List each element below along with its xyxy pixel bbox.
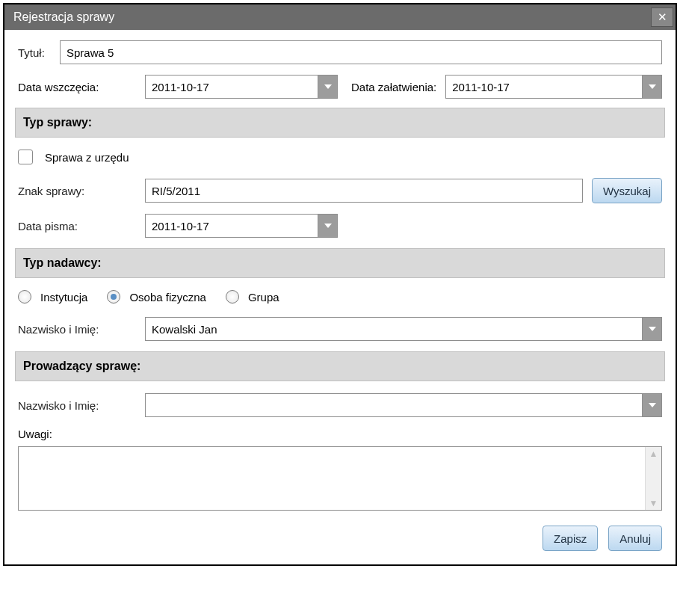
zapisz-button[interactable]: Zapisz xyxy=(543,526,598,551)
label-data-pisma: Data pisma: xyxy=(18,220,145,232)
row-prowadzacy-nazwisko: Nazwisko i Imię: xyxy=(18,393,662,417)
prowadzacy-nazwisko-combo[interactable] xyxy=(145,393,662,417)
uwagi-textarea[interactable] xyxy=(19,447,645,510)
nadawca-nazwisko-combo[interactable] xyxy=(145,317,662,341)
chevron-down-icon xyxy=(649,327,656,331)
uwagi-textarea-wrap: ▲ ▼ xyxy=(18,446,662,511)
radio-grupa[interactable] xyxy=(226,290,239,304)
label-nadawca-nazwisko: Nazwisko i Imię: xyxy=(18,323,145,336)
row-tytul: Tytuł: xyxy=(18,40,662,64)
section-header-prowadzacy: Prowadzący sprawę: xyxy=(15,351,665,381)
sprawa-z-urzedu-checkbox[interactable] xyxy=(18,150,33,164)
scroll-down-icon: ▼ xyxy=(649,496,658,510)
scroll-up-icon: ▲ xyxy=(649,447,658,461)
data-wszczecia-input[interactable] xyxy=(146,76,318,98)
nadawca-nazwisko-input[interactable] xyxy=(146,318,642,340)
anuluj-button[interactable]: Anuluj xyxy=(608,526,662,551)
label-sprawa-z-urzedu: Sprawa z urzędu xyxy=(45,151,129,164)
prowadzacy-nazwisko-input[interactable] xyxy=(146,394,642,416)
dialog-footer: Zapisz Anuluj xyxy=(18,526,662,551)
section-header-typ-nadawcy: Typ nadawcy: xyxy=(15,248,665,278)
chevron-down-icon xyxy=(324,224,332,228)
label-data-zalatwienia: Data załatwienia: xyxy=(351,81,436,93)
data-pisma-input[interactable] xyxy=(146,215,318,237)
wyszukaj-button[interactable]: Wyszukaj xyxy=(592,178,662,203)
close-icon: ✕ xyxy=(658,10,667,24)
section-header-typ-sprawy: Typ sprawy: xyxy=(15,108,665,138)
data-zalatwienia-input[interactable] xyxy=(446,76,642,98)
label-uwagi: Uwagi: xyxy=(18,428,52,440)
chevron-down-icon xyxy=(649,84,656,89)
window-title: Rejestracja sprawy xyxy=(13,10,114,24)
row-daty: Data wszczęcia: Data załatwienia: xyxy=(18,75,662,99)
row-sprawa-z-urzedu: Sprawa z urzędu xyxy=(18,150,662,164)
nadawca-nazwisko-dropdown-button[interactable] xyxy=(642,318,661,340)
dialog-body: Tytuł: Data wszczęcia: Data załatwienia: xyxy=(4,30,676,564)
data-zalatwienia-dropdown-button[interactable] xyxy=(642,76,661,98)
data-zalatwienia-combo[interactable] xyxy=(445,75,662,99)
row-nadawca-nazwisko: Nazwisko i Imię: xyxy=(18,317,662,341)
data-pisma-combo[interactable] xyxy=(145,214,338,238)
titlebar: Rejestracja sprawy ✕ xyxy=(4,4,676,30)
data-pisma-dropdown-button[interactable] xyxy=(318,215,337,237)
uwagi-scrollbar[interactable]: ▲ ▼ xyxy=(645,447,661,510)
radio-instytucja[interactable] xyxy=(18,290,31,304)
close-button[interactable]: ✕ xyxy=(651,7,673,27)
znak-sprawy-input[interactable] xyxy=(145,179,583,203)
data-wszczecia-combo[interactable] xyxy=(145,75,338,99)
label-instytucja[interactable]: Instytucja xyxy=(40,291,87,304)
prowadzacy-nazwisko-dropdown-button[interactable] xyxy=(642,394,661,416)
row-typ-nadawcy-radios: Instytucja Osoba fizyczna Grupa xyxy=(18,290,662,304)
label-tytul: Tytuł: xyxy=(18,46,60,59)
row-znak-sprawy: Znak sprawy: Wyszukaj xyxy=(18,178,662,203)
dialog-window: Rejestracja sprawy ✕ Tytuł: Data wszczęc… xyxy=(3,3,677,566)
label-prowadzacy-nazwisko: Nazwisko i Imię: xyxy=(18,399,145,412)
tytul-input[interactable] xyxy=(60,40,662,64)
label-data-wszczecia: Data wszczęcia: xyxy=(18,81,145,93)
label-znak-sprawy: Znak sprawy: xyxy=(18,185,145,197)
label-grupa[interactable]: Grupa xyxy=(248,291,279,304)
row-data-pisma: Data pisma: xyxy=(18,214,662,238)
chevron-down-icon xyxy=(649,403,656,407)
data-wszczecia-dropdown-button[interactable] xyxy=(318,76,337,98)
label-osoba-fizyczna[interactable]: Osoba fizyczna xyxy=(129,291,206,304)
radio-osoba-fizyczna[interactable] xyxy=(107,290,120,304)
chevron-down-icon xyxy=(324,84,332,89)
